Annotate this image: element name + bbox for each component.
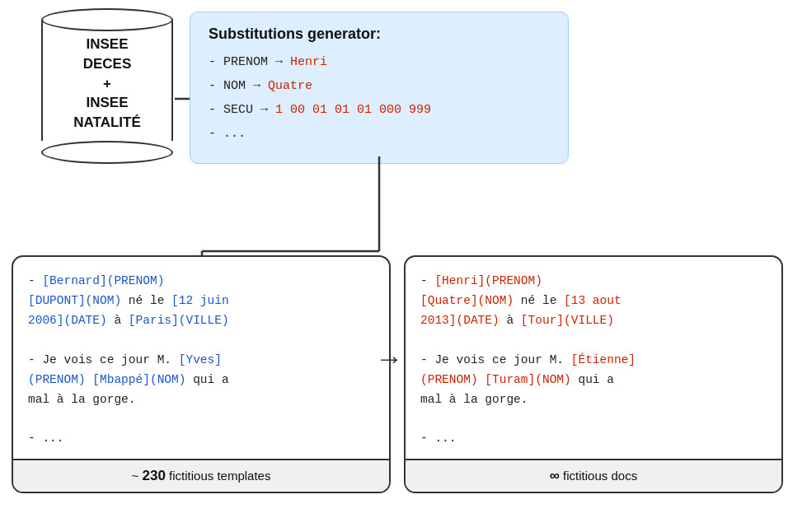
template-footer: ~ 230 fictitious templates (13, 459, 389, 492)
template-line2: - Je vois ce jour M. [Yves](PRENOM) [Mba… (28, 353, 229, 406)
subst-title: Substitutions generator: (209, 26, 550, 43)
subst-val-prenom: Henri (290, 55, 327, 69)
template-line3: - ... (28, 432, 64, 445)
docs-box: - [Henri](PRENOM)[Quatre](NOM) né le [13… (404, 255, 783, 493)
subst-line-prenom: - PRENOM → Henri (209, 53, 550, 72)
docs-content: - [Henri](PRENOM)[Quatre](NOM) né le [13… (406, 257, 781, 459)
template-content: - [Bernard](PRENOM)[DUPONT](NOM) né le [… (13, 257, 389, 459)
docs-line2: - Je vois ce jour M. [Étienne](PRENOM) [… (420, 353, 636, 406)
template-yves: [Yves](PRENOM) [Mbappé](NOM) (28, 353, 222, 386)
subst-line-nom: - NOM → Quatre (209, 77, 550, 96)
subst-val-nom: Quatre (268, 79, 312, 93)
docs-count: ∞ (550, 468, 560, 483)
substitutions-box: Substitutions generator: - PRENOM → Henr… (190, 12, 569, 164)
db-bottom (41, 141, 173, 164)
template-count: 230 (143, 468, 166, 483)
docs-line1: - [Henri](PRENOM)[Quatre](NOM) né le [13… (420, 274, 621, 327)
docs-line3: - ... (420, 432, 457, 445)
db-label: INSEEDECES+INSEENATALITÉ (41, 20, 173, 141)
subst-val-secu: 1 00 01 01 01 000 999 (275, 103, 431, 117)
subst-line-etc: - ... (209, 124, 550, 144)
docs-ville: [Tour](VILLE) (521, 314, 614, 327)
template-bernard: [Bernard](PRENOM)[DUPONT](NOM) (28, 274, 164, 307)
subst-line-secu: - SECU → 1 00 01 01 01 000 999 (209, 100, 550, 120)
docs-etienne: [Étienne](PRENOM) [Turam](NOM) (420, 353, 636, 386)
template-ville: [Paris](VILLE) (129, 314, 229, 327)
db-top (41, 8, 173, 31)
database-cylinder: INSEEDECES+INSEENATALITÉ (41, 8, 173, 164)
docs-henri: [Henri](PRENOM)[Quatre](NOM) (420, 274, 542, 307)
template-line1: - [Bernard](PRENOM)[DUPONT](NOM) né le [… (28, 274, 229, 327)
right-arrow: → (381, 344, 397, 376)
docs-footer: ∞ fictitious docs (406, 459, 781, 492)
template-box: - [Bernard](PRENOM)[DUPONT](NOM) né le [… (12, 255, 391, 493)
